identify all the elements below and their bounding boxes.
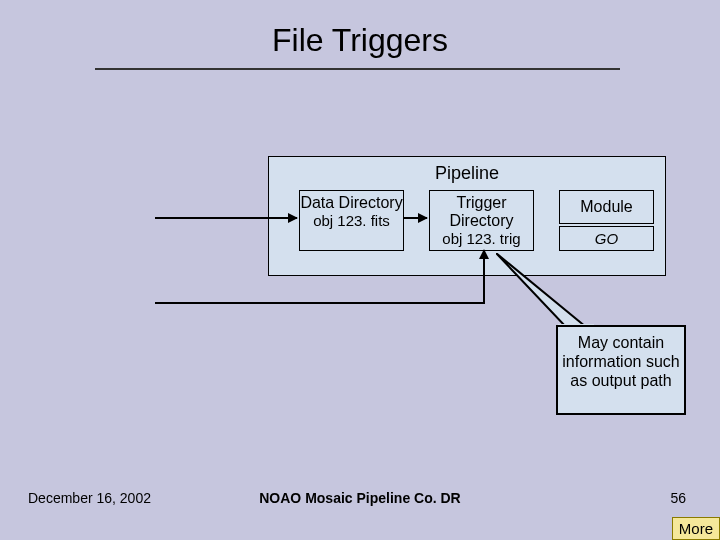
data-directory-head: Data Directory <box>300 194 403 212</box>
trigger-directory-sub: obj 123. trig <box>430 230 533 247</box>
module-head: Module <box>560 191 653 223</box>
trigger-directory-box: Trigger Directory obj 123. trig <box>429 190 534 251</box>
trigger-directory-head: Trigger Directory <box>430 194 533 230</box>
callout-box: May contain information such as output p… <box>556 325 686 415</box>
arrow-data-to-trigger <box>403 217 427 219</box>
footer-page-number: 56 <box>670 490 686 506</box>
arrow-to-data <box>155 217 297 219</box>
more-button[interactable]: More <box>672 517 720 540</box>
svg-marker-0 <box>496 253 586 327</box>
arrow-to-trigger-v <box>483 250 485 303</box>
slide-title: File Triggers <box>0 22 720 59</box>
footer-center: NOAO Mosaic Pipeline Co. DR <box>0 490 720 506</box>
data-directory-box: Data Directory obj 123. fits <box>299 190 404 251</box>
go-box: GO <box>559 226 654 251</box>
data-directory-sub: obj 123. fits <box>300 212 403 229</box>
title-underline <box>95 68 620 70</box>
arrow-to-trigger-h <box>155 302 485 304</box>
module-box: Module <box>559 190 654 224</box>
pipeline-label: Pipeline <box>269 163 665 184</box>
